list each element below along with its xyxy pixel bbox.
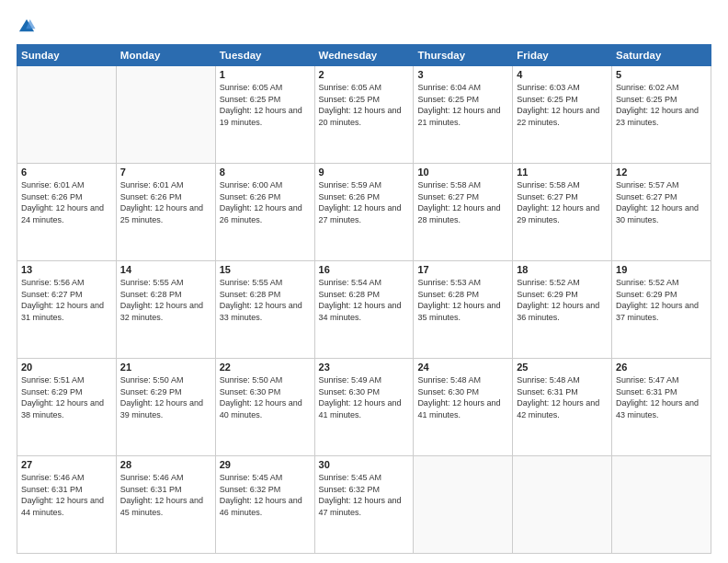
- day-number: 30: [319, 459, 410, 470]
- calendar-cell: 25Sunrise: 5:48 AM Sunset: 6:31 PM Dayli…: [513, 359, 612, 456]
- calendar-cell: [116, 66, 215, 164]
- calendar-cell: 29Sunrise: 5:45 AM Sunset: 6:32 PM Dayli…: [215, 456, 314, 554]
- cell-info: Sunrise: 5:48 AM Sunset: 6:30 PM Dayligh…: [417, 374, 508, 420]
- cell-info: Sunrise: 5:56 AM Sunset: 6:27 PM Dayligh…: [21, 277, 112, 323]
- day-header-saturday: Saturday: [612, 45, 711, 66]
- cell-info: Sunrise: 5:59 AM Sunset: 6:26 PM Dayligh…: [319, 179, 410, 225]
- day-number: 16: [319, 264, 410, 275]
- day-number: 21: [120, 362, 211, 373]
- calendar-cell: 6Sunrise: 6:01 AM Sunset: 6:26 PM Daylig…: [17, 164, 117, 261]
- day-number: 6: [21, 167, 112, 178]
- calendar-cell: 28Sunrise: 5:46 AM Sunset: 6:31 PM Dayli…: [116, 456, 215, 554]
- day-number: 25: [517, 362, 608, 373]
- calendar-cell: 11Sunrise: 5:58 AM Sunset: 6:27 PM Dayli…: [513, 164, 612, 261]
- cell-info: Sunrise: 6:04 AM Sunset: 6:25 PM Dayligh…: [417, 82, 508, 128]
- day-number: 5: [616, 69, 707, 80]
- cell-info: Sunrise: 5:46 AM Sunset: 6:31 PM Dayligh…: [21, 472, 112, 518]
- calendar-cell: 13Sunrise: 5:56 AM Sunset: 6:27 PM Dayli…: [17, 261, 117, 359]
- day-header-sunday: Sunday: [17, 45, 117, 66]
- calendar-cell: [513, 456, 612, 554]
- calendar-cell: 19Sunrise: 5:52 AM Sunset: 6:29 PM Dayli…: [612, 261, 711, 359]
- cell-info: Sunrise: 5:48 AM Sunset: 6:31 PM Dayligh…: [517, 374, 608, 420]
- cell-info: Sunrise: 5:50 AM Sunset: 6:29 PM Dayligh…: [120, 374, 211, 420]
- day-number: 24: [417, 362, 508, 373]
- cell-info: Sunrise: 5:47 AM Sunset: 6:31 PM Dayligh…: [616, 374, 707, 420]
- cell-info: Sunrise: 5:45 AM Sunset: 6:32 PM Dayligh…: [319, 472, 410, 518]
- calendar-cell: 17Sunrise: 5:53 AM Sunset: 6:28 PM Dayli…: [414, 261, 513, 359]
- calendar-cell: 22Sunrise: 5:50 AM Sunset: 6:30 PM Dayli…: [215, 359, 314, 456]
- day-number: 20: [21, 362, 112, 373]
- cell-info: Sunrise: 5:51 AM Sunset: 6:29 PM Dayligh…: [21, 374, 112, 420]
- calendar-cell: 27Sunrise: 5:46 AM Sunset: 6:31 PM Dayli…: [17, 456, 117, 554]
- day-number: 14: [120, 264, 211, 275]
- cell-info: Sunrise: 5:52 AM Sunset: 6:29 PM Dayligh…: [517, 277, 608, 323]
- cell-info: Sunrise: 5:49 AM Sunset: 6:30 PM Dayligh…: [319, 374, 410, 420]
- week-row-3: 13Sunrise: 5:56 AM Sunset: 6:27 PM Dayli…: [17, 261, 711, 359]
- days-header-row: SundayMondayTuesdayWednesdayThursdayFrid…: [17, 45, 711, 66]
- calendar-cell: 4Sunrise: 6:03 AM Sunset: 6:25 PM Daylig…: [513, 66, 612, 164]
- cell-info: Sunrise: 6:01 AM Sunset: 6:26 PM Dayligh…: [21, 179, 112, 225]
- day-header-friday: Friday: [513, 45, 612, 66]
- day-header-monday: Monday: [116, 45, 215, 66]
- calendar-cell: [612, 456, 711, 554]
- cell-info: Sunrise: 5:46 AM Sunset: 6:31 PM Dayligh…: [120, 472, 211, 518]
- day-number: 7: [120, 167, 211, 178]
- cell-info: Sunrise: 5:45 AM Sunset: 6:32 PM Dayligh…: [220, 472, 311, 518]
- calendar-cell: 1Sunrise: 6:05 AM Sunset: 6:25 PM Daylig…: [215, 66, 314, 164]
- calendar-cell: 5Sunrise: 6:02 AM Sunset: 6:25 PM Daylig…: [612, 66, 711, 164]
- day-header-thursday: Thursday: [414, 45, 513, 66]
- week-row-1: 1Sunrise: 6:05 AM Sunset: 6:25 PM Daylig…: [17, 66, 711, 164]
- day-number: 19: [616, 264, 707, 275]
- calendar-cell: 20Sunrise: 5:51 AM Sunset: 6:29 PM Dayli…: [17, 359, 117, 456]
- day-number: 9: [319, 167, 410, 178]
- cell-info: Sunrise: 5:52 AM Sunset: 6:29 PM Dayligh…: [616, 277, 707, 323]
- day-number: 3: [417, 69, 508, 80]
- cell-info: Sunrise: 5:53 AM Sunset: 6:28 PM Dayligh…: [417, 277, 508, 323]
- week-row-2: 6Sunrise: 6:01 AM Sunset: 6:26 PM Daylig…: [17, 164, 711, 261]
- cell-info: Sunrise: 6:05 AM Sunset: 6:25 PM Dayligh…: [319, 82, 410, 128]
- day-number: 23: [319, 362, 410, 373]
- cell-info: Sunrise: 6:00 AM Sunset: 6:26 PM Dayligh…: [220, 179, 311, 225]
- cell-info: Sunrise: 6:03 AM Sunset: 6:25 PM Dayligh…: [517, 82, 608, 128]
- cell-info: Sunrise: 5:54 AM Sunset: 6:28 PM Dayligh…: [319, 277, 410, 323]
- logo-icon: [17, 17, 37, 37]
- calendar-cell: 30Sunrise: 5:45 AM Sunset: 6:32 PM Dayli…: [314, 456, 414, 554]
- day-number: 11: [517, 167, 608, 178]
- cell-info: Sunrise: 6:01 AM Sunset: 6:26 PM Dayligh…: [120, 179, 211, 225]
- cell-info: Sunrise: 5:58 AM Sunset: 6:27 PM Dayligh…: [417, 179, 508, 225]
- cell-info: Sunrise: 5:55 AM Sunset: 6:28 PM Dayligh…: [120, 277, 211, 323]
- day-header-wednesday: Wednesday: [314, 45, 414, 66]
- calendar-cell: 18Sunrise: 5:52 AM Sunset: 6:29 PM Dayli…: [513, 261, 612, 359]
- calendar-cell: 26Sunrise: 5:47 AM Sunset: 6:31 PM Dayli…: [612, 359, 711, 456]
- calendar-cell: 3Sunrise: 6:04 AM Sunset: 6:25 PM Daylig…: [414, 66, 513, 164]
- day-header-tuesday: Tuesday: [215, 45, 314, 66]
- day-number: 29: [220, 459, 311, 470]
- calendar-cell: 21Sunrise: 5:50 AM Sunset: 6:29 PM Dayli…: [116, 359, 215, 456]
- day-number: 18: [517, 264, 608, 275]
- calendar-cell: 2Sunrise: 6:05 AM Sunset: 6:25 PM Daylig…: [314, 66, 414, 164]
- cell-info: Sunrise: 5:55 AM Sunset: 6:28 PM Dayligh…: [220, 277, 311, 323]
- cell-info: Sunrise: 6:02 AM Sunset: 6:25 PM Dayligh…: [616, 82, 707, 128]
- day-number: 2: [319, 69, 410, 80]
- day-number: 12: [616, 167, 707, 178]
- calendar-table: SundayMondayTuesdayWednesdayThursdayFrid…: [17, 44, 711, 554]
- day-number: 4: [517, 69, 608, 80]
- cell-info: Sunrise: 6:05 AM Sunset: 6:25 PM Dayligh…: [220, 82, 311, 128]
- calendar-cell: [17, 66, 117, 164]
- day-number: 1: [220, 69, 311, 80]
- day-number: 10: [417, 167, 508, 178]
- calendar-cell: 9Sunrise: 5:59 AM Sunset: 6:26 PM Daylig…: [314, 164, 414, 261]
- day-number: 22: [220, 362, 311, 373]
- calendar-cell: [414, 456, 513, 554]
- week-row-4: 20Sunrise: 5:51 AM Sunset: 6:29 PM Dayli…: [17, 359, 711, 456]
- calendar-cell: 15Sunrise: 5:55 AM Sunset: 6:28 PM Dayli…: [215, 261, 314, 359]
- header: [17, 17, 711, 37]
- calendar-cell: 14Sunrise: 5:55 AM Sunset: 6:28 PM Dayli…: [116, 261, 215, 359]
- cell-info: Sunrise: 5:57 AM Sunset: 6:27 PM Dayligh…: [616, 179, 707, 225]
- day-number: 17: [417, 264, 508, 275]
- calendar-cell: 23Sunrise: 5:49 AM Sunset: 6:30 PM Dayli…: [314, 359, 414, 456]
- day-number: 8: [220, 167, 311, 178]
- calendar-page: SundayMondayTuesdayWednesdayThursdayFrid…: [0, 0, 728, 563]
- day-number: 13: [21, 264, 112, 275]
- week-row-5: 27Sunrise: 5:46 AM Sunset: 6:31 PM Dayli…: [17, 456, 711, 554]
